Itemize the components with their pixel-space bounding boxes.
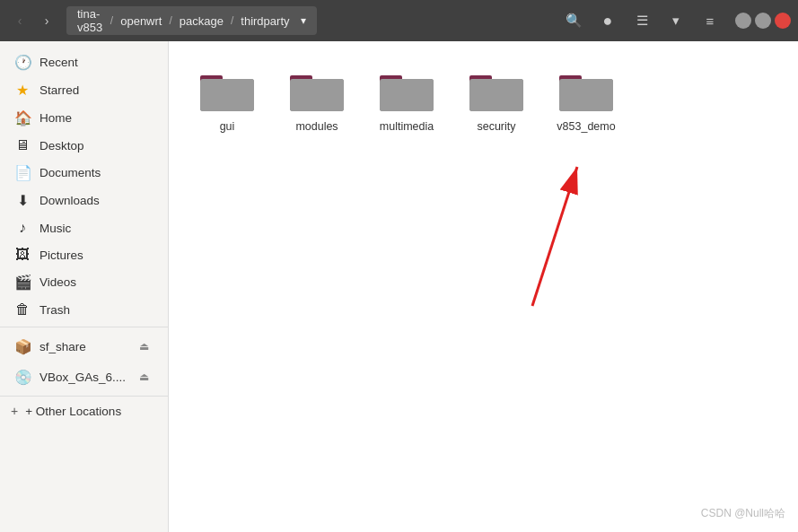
pictures-icon: 🖼: [14, 247, 31, 263]
folder-gui[interactable]: gui: [187, 59, 267, 140]
titlebar-actions: 🔍 ● ☰ ▾ ≡: [559, 6, 724, 35]
breadcrumb-sep-1: /: [110, 14, 113, 27]
vbox-eject-button[interactable]: ⏏: [135, 367, 153, 387]
folder-security-label: security: [477, 120, 515, 133]
breadcrumb-item-4[interactable]: thirdparty: [237, 13, 293, 30]
breadcrumb-dropdown-button[interactable]: ▾: [297, 13, 310, 29]
folder-modules-icon: [288, 66, 346, 115]
sidebar-item-recent[interactable]: 🕐 Recent: [4, 48, 164, 76]
videos-icon: 🎬: [14, 274, 31, 291]
svg-rect-2: [200, 79, 254, 111]
svg-rect-5: [290, 79, 344, 111]
main-content: 🕐 Recent ★ Starred 🏠 Home 🖥 Desktop 📄 Do…: [0, 41, 798, 532]
sidebar-label-videos: Videos: [39, 275, 153, 289]
sidebar-item-trash[interactable]: 🗑 Trash: [4, 296, 164, 323]
sidebar-item-desktop[interactable]: 🖥 Desktop: [4, 132, 164, 159]
watermark: CSDN @Null哈哈: [701, 506, 785, 521]
breadcrumb-sep-2: /: [169, 14, 171, 27]
sidebar-label-vbox: VBox_GAs_6....: [39, 371, 126, 384]
music-icon: ♪: [14, 220, 31, 236]
sidebar-other-locations[interactable]: + + Other Locations: [0, 400, 168, 422]
folder-gui-icon: [198, 66, 256, 115]
sidebar-label-recent: Recent: [39, 56, 153, 69]
view-options-button[interactable]: ▾: [662, 6, 690, 35]
sidebar-label-pictures: Pictures: [39, 249, 153, 262]
svg-rect-8: [380, 79, 434, 111]
file-area: gui modules: [169, 41, 798, 532]
sidebar-label-trash: Trash: [39, 303, 153, 317]
minimize-button[interactable]: —: [735, 13, 751, 29]
folder-multimedia-icon: [378, 66, 435, 115]
folder-v853demo-label: v853_demo: [557, 120, 615, 133]
sidebar-item-pictures[interactable]: 🖼 Pictures: [4, 241, 164, 268]
search-button[interactable]: 🔍: [559, 6, 588, 35]
file-grid: gui modules: [169, 41, 798, 158]
back-button[interactable]: ‹: [7, 8, 32, 33]
vbox-icon: 💿: [14, 369, 31, 386]
folder-v853demo-icon: [557, 66, 615, 115]
downloads-icon: ⬇: [14, 192, 31, 209]
sidebar-label-home: Home: [39, 111, 153, 125]
svg-rect-11: [469, 79, 523, 111]
sidebar-item-sf-share[interactable]: 📦 sf_share ⏏: [4, 331, 164, 362]
breadcrumb-item-1[interactable]: tina-v853: [74, 5, 107, 36]
sf-share-eject-button[interactable]: ⏏: [134, 336, 153, 356]
forward-button[interactable]: ›: [34, 8, 59, 33]
titlebar: ‹ › tina-v853 / openwrt / package / thir…: [0, 0, 798, 41]
circle-button[interactable]: ●: [593, 6, 622, 35]
breadcrumb-item-2[interactable]: openwrt: [117, 13, 165, 30]
sidebar-label-starred: Starred: [39, 83, 153, 97]
other-locations-plus-icon: +: [11, 404, 18, 418]
sidebar-item-vbox[interactable]: 💿 VBox_GAs_6.... ⏏: [4, 362, 164, 392]
folder-multimedia[interactable]: multimedia: [366, 59, 447, 140]
starred-icon: ★: [14, 82, 31, 99]
home-icon: 🏠: [14, 109, 31, 126]
folder-modules[interactable]: modules: [276, 59, 357, 140]
list-view-button[interactable]: ☰: [627, 6, 656, 35]
desktop-icon: 🖥: [14, 137, 31, 153]
trash-icon: 🗑: [14, 301, 31, 318]
folder-multimedia-label: multimedia: [380, 120, 434, 133]
close-button[interactable]: ✕: [775, 13, 791, 29]
sidebar-label-desktop: Desktop: [39, 139, 153, 153]
other-locations-label: + Other Locations: [25, 405, 121, 418]
sidebar-label-downloads: Downloads: [39, 194, 153, 207]
folder-v853demo[interactable]: v853_demo: [546, 59, 627, 140]
window-controls: — □ ✕: [735, 13, 791, 29]
sidebar-item-starred[interactable]: ★ Starred: [4, 76, 164, 104]
menu-button[interactable]: ≡: [696, 6, 724, 35]
sidebar-item-downloads[interactable]: ⬇ Downloads: [4, 187, 164, 214]
nav-buttons: ‹ ›: [7, 8, 59, 33]
breadcrumb-item-3[interactable]: package: [176, 13, 227, 30]
recent-icon: 🕐: [14, 54, 31, 71]
sidebar-label-music: Music: [39, 222, 153, 235]
svg-rect-14: [559, 79, 613, 111]
sidebar-item-music[interactable]: ♪ Music: [4, 214, 164, 241]
sf-share-icon: 📦: [14, 338, 31, 355]
sidebar-item-documents[interactable]: 📄 Documents: [4, 159, 164, 187]
folder-security[interactable]: security: [456, 59, 537, 140]
sidebar: 🕐 Recent ★ Starred 🏠 Home 🖥 Desktop 📄 Do…: [0, 41, 169, 532]
sidebar-item-videos[interactable]: 🎬 Videos: [4, 268, 164, 296]
folder-gui-label: gui: [220, 120, 235, 133]
maximize-button[interactable]: □: [755, 13, 771, 29]
svg-line-16: [532, 167, 577, 306]
sidebar-item-home[interactable]: 🏠 Home: [4, 104, 164, 132]
sidebar-label-sf-share: sf_share: [39, 340, 125, 353]
breadcrumb: tina-v853 / openwrt / package / thirdpar…: [66, 6, 317, 35]
folder-modules-label: modules: [295, 120, 338, 133]
sidebar-label-documents: Documents: [39, 166, 153, 179]
documents-icon: 📄: [14, 164, 31, 181]
folder-security-icon: [468, 66, 525, 115]
breadcrumb-sep-3: /: [231, 14, 233, 27]
